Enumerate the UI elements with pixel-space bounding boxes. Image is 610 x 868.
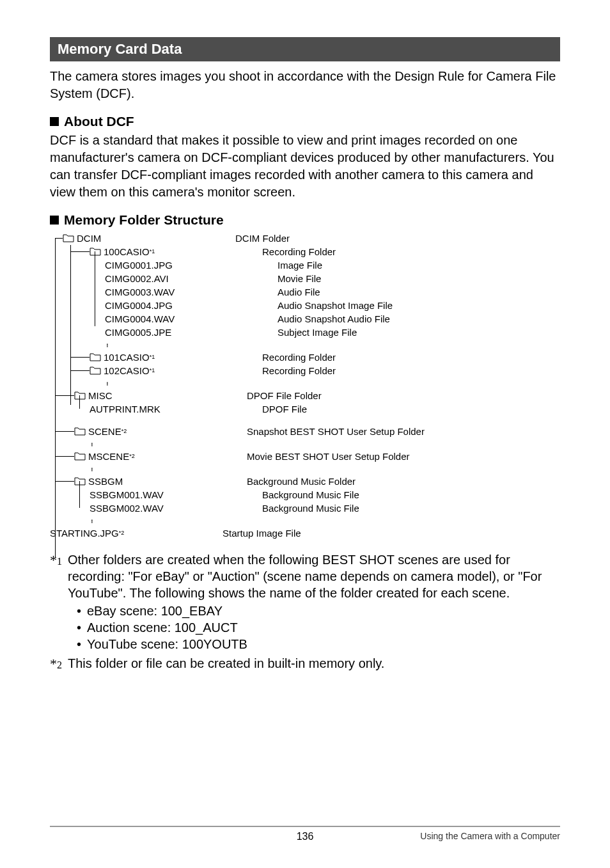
tree-item-desc: Background Music File bbox=[262, 503, 359, 513]
tree-item-name: MSCENE bbox=[88, 452, 129, 461]
tree-item-name: AUTPRINT.MRK bbox=[90, 404, 160, 414]
footer-section-name: Using the Camera with a Computer bbox=[420, 831, 560, 841]
tree-item-desc: DPOF File Folder bbox=[247, 391, 322, 400]
bullet-list: •eBay scene: 100_EBAY •Auction scene: 10… bbox=[77, 603, 560, 652]
footnote-mark: *2 bbox=[50, 655, 68, 674]
folder-tree: DCIM DCIM Folder 100CASIO *1 Recording F… bbox=[50, 232, 560, 540]
folder-icon bbox=[74, 427, 86, 436]
bullet-text: YouTube scene: 100YOUTB bbox=[87, 636, 247, 652]
tree-item-name: DCIM bbox=[77, 233, 101, 243]
subheading-label: Memory Folder Structure bbox=[64, 212, 224, 228]
tree-item-name: CIMG0001.JPG bbox=[105, 260, 173, 270]
tree-item-desc: Audio File bbox=[278, 287, 320, 297]
folder-icon bbox=[74, 477, 86, 485]
tree-item-sup: *2 bbox=[129, 454, 135, 459]
tree-item-name: SSBGM002.WAV bbox=[90, 503, 164, 513]
tree-item-desc: Recording Folder bbox=[262, 366, 336, 375]
tree-item-desc: Audio Snapshot Image File bbox=[278, 301, 393, 310]
tree-item-name: SSBGM bbox=[88, 477, 123, 486]
tree-item-desc: Background Music File bbox=[262, 490, 359, 500]
ellipsis-icon: ··· bbox=[88, 466, 97, 472]
square-bullet-icon bbox=[50, 117, 59, 126]
ellipsis-icon: ··· bbox=[104, 342, 113, 348]
folder-icon bbox=[74, 452, 86, 461]
page-footer: 136 Using the Camera with a Computer bbox=[50, 826, 560, 841]
footnote-mark: *1 bbox=[50, 551, 68, 654]
about-dcf-body: DCF is a standard that makes it possible… bbox=[50, 132, 560, 201]
tree-item-desc: Subject Image File bbox=[278, 327, 357, 337]
intro-text: The camera stores images you shoot in ac… bbox=[50, 68, 560, 102]
subheading-about-dcf: About DCF bbox=[50, 114, 560, 129]
tree-item-sup: *1 bbox=[150, 354, 155, 360]
tree-item-name: SCENE bbox=[88, 427, 121, 436]
tree-item-desc: Background Music Folder bbox=[247, 477, 356, 486]
section-header: Memory Card Data bbox=[50, 37, 560, 61]
tree-item-desc: Image File bbox=[278, 260, 322, 270]
tree-item-name: CIMG0004.JPG bbox=[105, 301, 173, 310]
folder-icon bbox=[74, 391, 86, 400]
tree-item-name: CIMG0003.WAV bbox=[105, 287, 175, 297]
tree-item-name: CIMG0004.WAV bbox=[105, 314, 175, 324]
tree-item-desc: Movie File bbox=[278, 274, 321, 283]
tree-item-name: STARTING.JPG bbox=[50, 528, 119, 538]
tree-item-desc: Startup Image File bbox=[223, 528, 301, 538]
tree-item-desc: DCIM Folder bbox=[235, 233, 290, 243]
bullet-text: eBay scene: 100_EBAY bbox=[87, 603, 223, 619]
folder-icon bbox=[90, 353, 101, 361]
tree-item-name: CIMG0005.JPE bbox=[105, 327, 171, 337]
bullet-text: Auction scene: 100_AUCT bbox=[87, 619, 238, 636]
footnote-text: This folder or file can be created in bu… bbox=[68, 655, 560, 674]
tree-item-name: 100CASIO bbox=[104, 247, 150, 256]
subheading-folder-structure: Memory Folder Structure bbox=[50, 212, 560, 228]
tree-item-name: CIMG0002.AVI bbox=[105, 274, 169, 283]
footnote-text: Other folders are created when the follo… bbox=[68, 553, 542, 600]
square-bullet-icon bbox=[50, 216, 59, 225]
tree-item-desc: Snapshot BEST SHOT User Setup Folder bbox=[247, 427, 425, 436]
tree-item-name: 101CASIO bbox=[104, 352, 150, 362]
footnotes: *1 Other folders are created when the fo… bbox=[50, 551, 560, 674]
tree-item-name: MISC bbox=[88, 391, 113, 400]
tree-item-sup: *2 bbox=[121, 429, 127, 434]
tree-item-sup: *1 bbox=[150, 368, 155, 374]
tree-item-sup: *1 bbox=[150, 249, 155, 255]
folder-icon bbox=[90, 367, 101, 375]
tree-item-desc: Recording Folder bbox=[262, 352, 336, 362]
folder-icon bbox=[90, 248, 101, 256]
subheading-label: About DCF bbox=[64, 114, 134, 129]
tree-item-desc: Movie BEST SHOT User Setup Folder bbox=[247, 452, 410, 461]
tree-item-name: 102CASIO bbox=[104, 366, 150, 375]
bullet-icon: • bbox=[77, 636, 87, 652]
tree-item-sup: *2 bbox=[119, 530, 125, 536]
bullet-icon: • bbox=[77, 603, 87, 619]
tree-item-desc: Recording Folder bbox=[262, 247, 336, 256]
tree-item-desc: DPOF File bbox=[262, 404, 307, 414]
ellipsis-icon: ··· bbox=[88, 441, 97, 447]
bullet-icon: • bbox=[77, 619, 87, 636]
ellipsis-icon: ··· bbox=[88, 517, 97, 524]
folder-icon bbox=[63, 234, 74, 242]
tree-item-desc: Audio Snapshot Audio File bbox=[278, 314, 390, 324]
tree-item-name: SSBGM001.WAV bbox=[90, 490, 164, 500]
ellipsis-icon: ··· bbox=[104, 380, 113, 386]
